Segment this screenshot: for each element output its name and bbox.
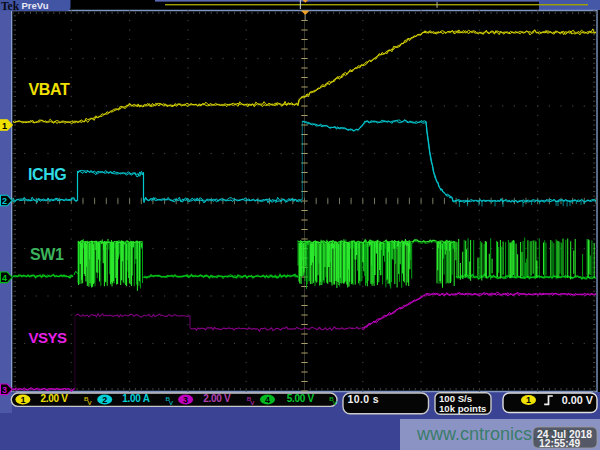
svg-text:1: 1 bbox=[2, 121, 7, 131]
svg-text:2: 2 bbox=[2, 196, 7, 206]
svg-text:Tek: Tek bbox=[1, 0, 20, 12]
svg-text:VSYS: VSYS bbox=[29, 329, 68, 346]
svg-text:10.0 s: 10.0 s bbox=[348, 393, 380, 405]
svg-text:PreVu: PreVu bbox=[22, 0, 49, 11]
svg-text:1.00 A: 1.00 A bbox=[122, 393, 149, 404]
svg-text:12:55:49: 12:55:49 bbox=[539, 438, 580, 449]
svg-text:2.00 V: 2.00 V bbox=[40, 393, 68, 404]
svg-text:1: 1 bbox=[20, 395, 25, 405]
svg-text:SW1: SW1 bbox=[30, 246, 64, 263]
svg-text:3: 3 bbox=[2, 385, 7, 395]
svg-text:1: 1 bbox=[526, 395, 531, 405]
svg-text:3: 3 bbox=[183, 395, 188, 405]
svg-text:4: 4 bbox=[265, 395, 270, 405]
svg-text:5.00 V: 5.00 V bbox=[287, 393, 315, 404]
svg-text:10k points: 10k points bbox=[439, 403, 486, 414]
svg-text:VBAT: VBAT bbox=[29, 81, 70, 98]
svg-text:2.00 V: 2.00 V bbox=[203, 393, 231, 404]
svg-text:ICHG: ICHG bbox=[28, 166, 66, 183]
svg-text:4: 4 bbox=[2, 273, 7, 283]
svg-text:2: 2 bbox=[102, 395, 107, 405]
svg-text:0.00 V: 0.00 V bbox=[562, 394, 594, 406]
